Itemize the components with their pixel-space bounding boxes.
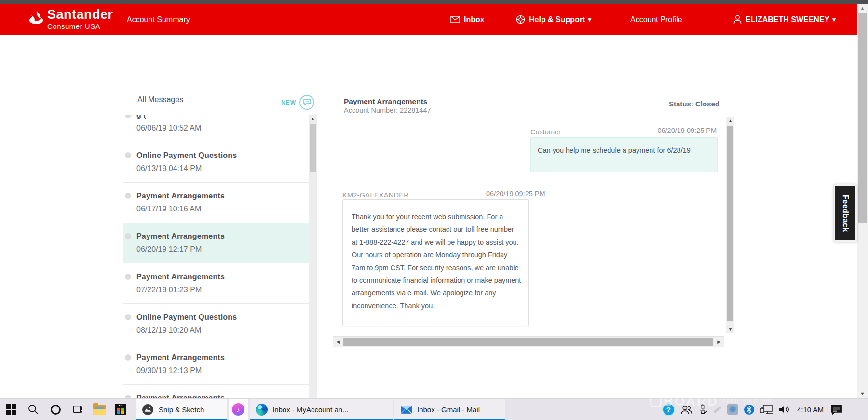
microsoft-store-button[interactable] (110, 399, 131, 420)
message-list-scrollbar-thumb[interactable] (310, 124, 316, 172)
nav-account-summary-label: Account Summary (127, 15, 190, 24)
windows-logo-icon (6, 404, 16, 415)
people-tray-icon[interactable] (680, 405, 692, 415)
taskbar-app-label: Inbox - Gmail - Mail (417, 406, 480, 414)
list-item[interactable]: g ( 06/06/19 10:52 AM (123, 115, 309, 142)
chevron-down-icon: ▾ (588, 16, 591, 23)
brand-text: Santander Consumer USA (47, 8, 113, 30)
conversation-title: Payment Arrangements (344, 97, 427, 106)
list-item[interactable]: Payment Arrangements 09/30/19 12:13 PM (123, 344, 309, 385)
message-dot-icon (125, 193, 131, 199)
help-tray-icon[interactable]: ? (662, 403, 675, 416)
new-label: NEW (281, 99, 296, 106)
message-title-clipped: g ( (136, 115, 304, 119)
music-app-icon: ♪ (232, 403, 244, 416)
message-date: 06/06/19 10:52 AM (136, 124, 304, 132)
message-text: Thank you for your recent web submission… (352, 210, 521, 312)
conversation-horizontal-scrollbar[interactable]: ◀ ▶ (333, 336, 724, 347)
pen-tray-icon[interactable] (713, 408, 722, 411)
conversation-hscrollbar-thumb[interactable] (343, 338, 713, 346)
taskbar-app-mail-gmail[interactable]: Inbox - Gmail - Mail (394, 399, 505, 420)
message-dot-icon (125, 152, 131, 158)
cortana-button[interactable] (44, 399, 67, 420)
scroll-up-arrow-icon[interactable]: ▲ (857, 5, 868, 11)
network-tray-icon[interactable] (760, 404, 773, 415)
file-explorer-button[interactable] (89, 399, 110, 420)
message-dot-icon (125, 354, 131, 361)
nav-account-profile[interactable]: Account Profile (630, 4, 682, 35)
start-button[interactable] (0, 399, 22, 420)
cortana-ring-icon (51, 405, 61, 415)
nav-inbox-label: Inbox (464, 15, 485, 24)
customer-message-bubble: Can you help me schedule a payment for 6… (530, 137, 718, 172)
message-title: Online Payment Questions (136, 151, 304, 160)
list-item[interactable]: Online Payment Questions 08/12/19 10:20 … (123, 304, 309, 344)
screen: Santander Consumer USA Account Summary I… (0, 0, 868, 420)
taskbar-app-itunes[interactable]: ♪ (229, 399, 248, 420)
scroll-down-arrow-icon[interactable]: ▼ (857, 391, 868, 396)
scroll-up-arrow-icon[interactable]: ▲ (309, 116, 317, 121)
browser-scrollbar[interactable]: ▲ ▼ (857, 4, 868, 398)
message-title: Payment Arrangements (136, 192, 304, 200)
message-date: 09/30/19 12:13 PM (136, 367, 304, 375)
feedback-tab[interactable]: Feedback (834, 184, 857, 242)
nav-help-support[interactable]: Help & Support ▾ (516, 4, 591, 35)
folder-icon (93, 405, 106, 415)
message-date: 07/22/19 01:23 PM (136, 286, 304, 294)
task-view-button[interactable] (67, 399, 89, 420)
message-list: g ( 06/06/19 10:52 AM Online Payment Que… (123, 115, 309, 398)
message-date: 06/13/19 04:14 PM (136, 164, 304, 173)
conversation-panel: Payment Arrangements Account Number: 222… (333, 92, 724, 354)
list-item-selected[interactable]: Payment Arrangements 06/20/19 12:17 PM (123, 223, 309, 263)
nav-inbox[interactable]: Inbox (450, 4, 485, 35)
site-header: Santander Consumer USA Account Summary I… (0, 4, 857, 35)
list-item[interactable]: Online Payment Questions 06/13/19 04:14 … (123, 142, 309, 183)
message-dot-icon (125, 233, 131, 239)
scroll-right-arrow-icon[interactable]: ▶ (715, 337, 723, 347)
list-item[interactable]: Payment Arrangements 06/17/19 10:16 AM (123, 183, 309, 223)
conversation-vscrollbar-thumb[interactable] (727, 126, 733, 321)
santander-logo[interactable]: Santander Consumer USA (28, 8, 113, 30)
taskbar-app-snip-sketch[interactable]: Snip & Sketch (136, 399, 227, 420)
conversation-vertical-scrollbar[interactable]: ▲ ▼ (726, 117, 734, 333)
message-dot-icon (125, 395, 131, 398)
edge-icon (256, 404, 268, 416)
usb-eject-tray-icon[interactable] (698, 404, 708, 415)
taskbar-clock[interactable]: 4:10 AM (796, 406, 825, 414)
taskbar-search-button[interactable] (22, 399, 44, 420)
snip-sketch-icon (142, 404, 154, 416)
taskbar: Snip & Sketch ♪ Inbox - MyAccount an... … (0, 398, 868, 420)
action-center-icon[interactable] (830, 404, 843, 416)
taskbar-app-label: Snip & Sketch (159, 406, 204, 414)
message-title: Online Payment Questions (136, 313, 304, 322)
bluetooth-tray-icon[interactable] (744, 404, 755, 415)
task-view-icon (72, 404, 83, 415)
feedback-label: Feedback (841, 195, 850, 232)
list-item[interactable]: Payment Arrangements (123, 385, 309, 398)
browser-scrollbar-thumb[interactable] (858, 13, 867, 223)
list-item[interactable]: Payment Arrangements 07/22/19 01:23 PM (123, 263, 309, 304)
scroll-left-arrow-icon[interactable]: ◀ (334, 337, 342, 347)
nav-help-support-label: Help & Support (529, 15, 585, 24)
scroll-down-arrow-icon[interactable]: ▼ (726, 327, 734, 332)
volume-tray-icon[interactable] (778, 405, 791, 414)
message-dot-icon (125, 115, 131, 118)
message-list-scrollbar[interactable]: ▲ (309, 115, 317, 398)
santander-flame-icon (28, 10, 44, 25)
brand-name: Santander (47, 8, 113, 21)
envelope-icon (450, 16, 460, 23)
message-title: Payment Arrangements (136, 354, 304, 362)
whiteboard-tray-icon[interactable] (727, 404, 738, 415)
system-tray: ? (662, 399, 843, 420)
message-dot-icon (125, 274, 131, 280)
message-date: 06/17/19 10:16 AM (136, 205, 304, 213)
message-timestamp: 06/20/19 09:25 PM (486, 190, 545, 197)
scroll-up-arrow-icon[interactable]: ▲ (726, 118, 734, 123)
nav-user-name: ELIZABETH SWEENEY (746, 15, 829, 24)
taskbar-app-edge-myaccount[interactable]: Inbox - MyAccount an... (250, 399, 393, 420)
nav-user-menu[interactable]: ELIZABETH SWEENEY ▾ (733, 4, 836, 35)
agent-message-bubble: Thank you for your recent web submission… (342, 199, 529, 326)
nav-account-summary[interactable]: Account Summary (127, 4, 190, 35)
message-timestamp: 06/20/19 09:25 PM (657, 127, 717, 134)
new-message-button[interactable]: NEW (281, 95, 314, 110)
